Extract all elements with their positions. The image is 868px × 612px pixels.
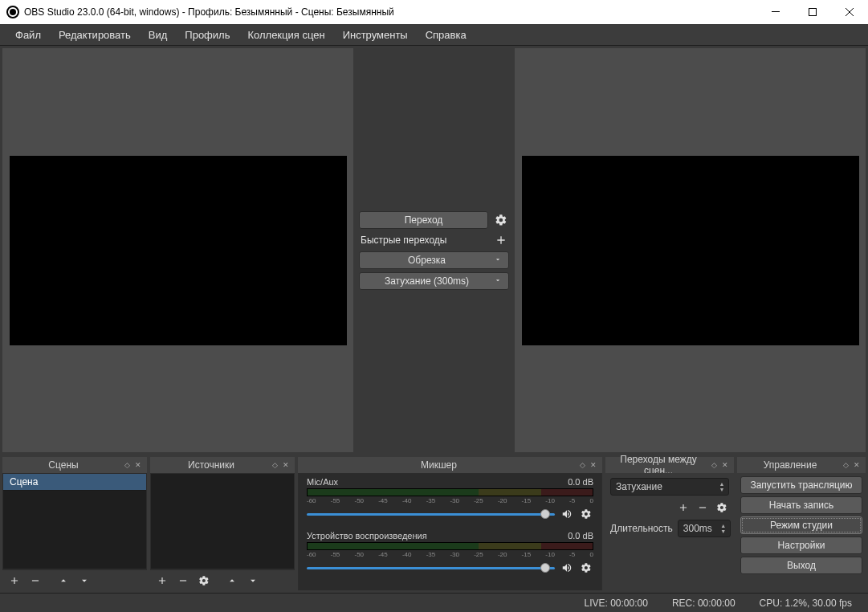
transition-remove-icon[interactable] xyxy=(695,500,710,515)
svg-rect-1 xyxy=(809,9,817,16)
scene-move-up-icon[interactable] xyxy=(56,573,71,588)
chevron-down-icon xyxy=(494,255,502,266)
volume-slider[interactable] xyxy=(307,513,555,516)
main-content: Переход Быстрые переходы ОбрезкаЗатухани… xyxy=(0,46,868,455)
duration-label: Длительность xyxy=(610,523,673,534)
window-title: OBS Studio 23.0.0 (64-bit, windows) - Пр… xyxy=(24,6,757,18)
quick-transition-1[interactable]: Затухание (300ms) xyxy=(359,272,509,290)
preview-left[interactable] xyxy=(2,48,353,452)
scenes-title: Сцены xyxy=(6,459,121,471)
sources-title: Источники xyxy=(153,459,269,471)
scene-remove-icon[interactable] xyxy=(28,573,43,588)
scene-item[interactable]: Сцена xyxy=(3,474,146,491)
scenes-dock: Сцены ◇ ✕ Сцена xyxy=(2,457,147,590)
vu-meter xyxy=(307,488,593,496)
chevron-down-icon xyxy=(494,275,502,287)
dock-float-icon[interactable]: ◇ xyxy=(577,459,588,471)
preview-canvas-right xyxy=(522,156,859,345)
mixer-dock: Микшер ◇ ✕ Mic/Aux0.0 dB-60-55-50-45-40-… xyxy=(298,457,602,590)
spinner-arrows-icon: ▲▼ xyxy=(717,523,730,534)
transition-add-icon[interactable] xyxy=(676,500,691,515)
menu-item-6[interactable]: Справка xyxy=(417,24,475,46)
scene-move-down-icon[interactable] xyxy=(77,573,92,588)
control-button-2[interactable]: Режим студии xyxy=(740,516,862,534)
mixer-settings-icon[interactable] xyxy=(579,561,593,575)
transition-controls: Переход Быстрые переходы ОбрезкаЗатухани… xyxy=(356,46,512,455)
close-button[interactable] xyxy=(831,0,868,24)
status-live: LIVE: 00:00:00 xyxy=(584,598,647,609)
obs-logo-icon xyxy=(6,6,19,18)
combo-arrows-icon: ▲▼ xyxy=(715,481,728,492)
mixer-channel-0: Mic/Aux0.0 dB-60-55-50-45-40-35-30-25-20… xyxy=(299,474,601,528)
mixer-channel-db: 0.0 dB xyxy=(568,531,593,541)
window-titlebar: OBS Studio 23.0.0 (64-bit, windows) - Пр… xyxy=(0,0,868,24)
menu-bar: ФайлРедактироватьВидПрофильКоллекция сце… xyxy=(0,24,868,46)
scenes-list[interactable]: Сцена xyxy=(2,473,147,569)
status-rec: REC: 00:00:00 xyxy=(672,598,736,609)
menu-item-4[interactable]: Коллекция сцен xyxy=(238,24,333,46)
preview-right[interactable] xyxy=(515,48,866,452)
menu-item-0[interactable]: Файл xyxy=(6,24,50,46)
vu-ticks: -60-55-50-45-40-35-30-25-20-15-10-50 xyxy=(307,496,593,504)
control-button-1[interactable]: Начать запись xyxy=(740,496,862,514)
source-add-icon[interactable] xyxy=(155,573,169,588)
mixer-channel-db: 0.0 dB xyxy=(568,477,593,487)
dock-float-icon[interactable]: ◇ xyxy=(840,459,851,471)
source-move-up-icon[interactable] xyxy=(225,573,239,588)
quick-transition-0[interactable]: Обрезка xyxy=(359,251,509,269)
menu-item-3[interactable]: Профиль xyxy=(176,24,238,46)
source-remove-icon[interactable] xyxy=(176,573,190,588)
dock-float-icon[interactable]: ◇ xyxy=(121,459,132,471)
dock-close-icon[interactable]: ✕ xyxy=(588,459,599,471)
control-button-3[interactable]: Настройки xyxy=(740,537,862,554)
dock-float-icon[interactable]: ◇ xyxy=(269,459,280,471)
controls-title: Управление xyxy=(740,459,840,471)
mixer-channel-name: Устройство воспроизведения xyxy=(307,531,427,541)
mixer-channel-name: Mic/Aux xyxy=(307,477,338,487)
duration-input[interactable]: 300ms ▲▼ xyxy=(678,520,731,537)
scene-add-icon[interactable] xyxy=(7,573,22,588)
preview-canvas-left xyxy=(10,156,347,345)
transition-select[interactable]: Затухание ▲▼ xyxy=(610,478,729,496)
control-button-4[interactable]: Выход xyxy=(740,557,862,574)
status-bar: LIVE: 00:00:00 REC: 00:00:00 CPU: 1.2%, … xyxy=(0,593,868,612)
transition-button[interactable]: Переход xyxy=(359,211,488,229)
mixer-channel-1: Устройство воспроизведения0.0 dB-60-55-5… xyxy=(299,528,601,581)
dock-close-icon[interactable]: ✕ xyxy=(851,459,862,471)
menu-item-2[interactable]: Вид xyxy=(140,24,177,46)
docks-row: Сцены ◇ ✕ Сцена Источники ◇ ✕ xyxy=(0,455,868,593)
menu-item-5[interactable]: Инструменты xyxy=(334,24,417,46)
mixer-body: Mic/Aux0.0 dB-60-55-50-45-40-35-30-25-20… xyxy=(298,473,602,590)
transitions-dock: Переходы между сцен... ◇ ✕ Затухание ▲▼ … xyxy=(605,457,734,590)
mixer-settings-icon[interactable] xyxy=(579,507,593,521)
transition-settings-icon[interactable] xyxy=(493,212,509,228)
source-properties-icon[interactable] xyxy=(197,573,211,588)
menu-item-1[interactable]: Редактировать xyxy=(50,24,140,46)
transition-properties-icon[interactable] xyxy=(715,500,729,515)
dock-close-icon[interactable]: ✕ xyxy=(719,459,731,471)
dock-close-icon[interactable]: ✕ xyxy=(132,459,144,471)
sources-list[interactable] xyxy=(150,473,295,569)
source-move-down-icon[interactable] xyxy=(246,573,260,588)
maximize-button[interactable] xyxy=(794,0,831,24)
quick-transitions-label: Быстрые переходы xyxy=(359,235,488,246)
add-quick-transition-icon[interactable] xyxy=(493,232,509,248)
control-button-0[interactable]: Запустить трансляцию xyxy=(740,476,862,494)
speaker-icon[interactable] xyxy=(560,561,574,575)
dock-close-icon[interactable]: ✕ xyxy=(280,459,291,471)
vu-ticks: -60-55-50-45-40-35-30-25-20-15-10-50 xyxy=(307,550,593,558)
vu-meter xyxy=(307,542,593,550)
dock-float-icon[interactable]: ◇ xyxy=(708,459,719,471)
minimize-button[interactable] xyxy=(757,0,794,24)
svg-rect-0 xyxy=(772,11,780,12)
controls-dock: Управление ◇ ✕ Запустить трансляциюНачат… xyxy=(737,457,866,590)
mixer-title: Микшер xyxy=(301,459,577,471)
volume-slider[interactable] xyxy=(307,567,555,569)
sources-dock: Источники ◇ ✕ xyxy=(150,457,295,590)
status-cpu: CPU: 1.2%, 30.00 fps xyxy=(760,598,852,609)
speaker-icon[interactable] xyxy=(560,507,574,521)
